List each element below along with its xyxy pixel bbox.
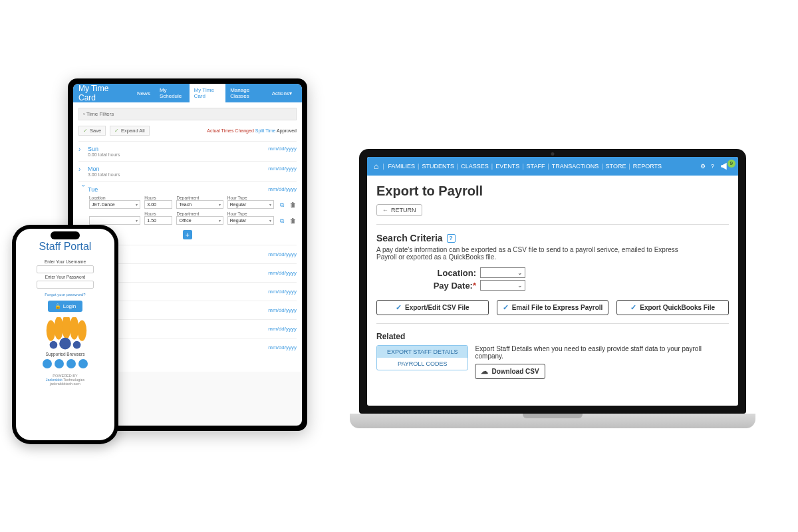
- chevron-right-icon: ›: [78, 146, 88, 153]
- nav-events[interactable]: EVENTS: [495, 163, 519, 170]
- cloud-download-icon: ☁: [481, 367, 488, 376]
- home-icon[interactable]: ⌂: [374, 162, 378, 171]
- tablet-tabs: News My Schedule My Time Card Manage Cla…: [132, 84, 297, 102]
- nav-students[interactable]: STUDENTS: [422, 163, 454, 170]
- day-date: mm/dd/yyyy: [268, 146, 297, 152]
- supported-browsers-label: Supported Browsers: [46, 352, 85, 356]
- legend: Actual Times Changed Split Time Approved: [207, 128, 297, 133]
- tab-export-staff-details[interactable]: EXPORT STAFF DETAILS: [377, 346, 467, 358]
- browser-icons: [43, 359, 88, 368]
- nav-transactions[interactable]: TRANSACTIONS: [552, 163, 599, 170]
- username-input[interactable]: [37, 265, 94, 273]
- tab-actions[interactable]: Actions ▾: [267, 84, 297, 102]
- hour-type-select[interactable]: Regular▾: [227, 216, 274, 225]
- pay-date-select[interactable]: ⌄: [480, 280, 525, 291]
- phone-device: Staff Portal Enter Your Username Enter Y…: [12, 225, 118, 444]
- powered-by: POWERED BY Jackrabbit Technologies jackr…: [46, 374, 85, 386]
- svg-point-7: [73, 341, 81, 349]
- megaphone-icon[interactable]: 9: [720, 159, 732, 174]
- nav-store[interactable]: STORE: [606, 163, 626, 170]
- return-button[interactable]: ← RETURN: [376, 204, 422, 216]
- department-select[interactable]: Teach▾: [176, 200, 223, 209]
- laptop-screen: ⌂ | FAMILIES| STUDENTS| CLASSES| EVENTS|…: [367, 157, 738, 406]
- nav-reports[interactable]: REPORTS: [633, 163, 662, 170]
- related-description: Export Staff Details when you need to ea…: [475, 345, 729, 360]
- svg-point-1: [54, 317, 63, 340]
- staff-portal-title: Staff Portal: [39, 241, 92, 253]
- location-select[interactable]: ▾: [89, 216, 140, 225]
- hour-type-select[interactable]: Regular▾: [227, 200, 274, 209]
- top-nav: ⌂ | FAMILIES| STUDENTS| CLASSES| EVENTS|…: [367, 157, 738, 176]
- login-button[interactable]: 🔒Login: [48, 301, 83, 312]
- day-name: Mon: [88, 166, 120, 172]
- mascot-illustration: [39, 317, 91, 350]
- laptop-device: ⌂ | FAMILIES| STUDENTS| CLASSES| EVENTS|…: [350, 149, 755, 428]
- pay-date-label: Pay Date:*: [376, 281, 476, 291]
- tab-news[interactable]: News: [132, 84, 155, 102]
- copy-icon[interactable]: ⧉: [278, 217, 286, 225]
- svg-point-5: [59, 338, 71, 350]
- add-entry-button[interactable]: +: [183, 230, 192, 239]
- export-quickbooks-button[interactable]: ✓Export QuickBooks File: [616, 300, 729, 315]
- tab-my-schedule[interactable]: My Schedule: [155, 84, 190, 102]
- svg-point-3: [70, 317, 79, 340]
- page-title: Export to Payroll: [376, 184, 729, 199]
- help-box-icon[interactable]: ?: [447, 234, 456, 243]
- phone-screen: Staff Portal Enter Your Username Enter Y…: [16, 229, 114, 440]
- copy-icon[interactable]: ⧉: [278, 201, 286, 209]
- phone-notch: [51, 231, 80, 239]
- hours-input[interactable]: 1.50: [144, 216, 172, 225]
- related-tabs: EXPORT STAFF DETAILS PAYROLL CODES: [376, 345, 468, 370]
- laptop-base: [350, 414, 755, 428]
- day-row-mon[interactable]: › Mon 3.00 total hours mm/dd/yyyy: [78, 161, 297, 181]
- department-select[interactable]: Office▾: [176, 216, 223, 225]
- help-icon[interactable]: ?: [711, 163, 714, 170]
- tab-manage-classes[interactable]: Manage Classes: [225, 84, 267, 102]
- chevron-right-icon: ›: [78, 166, 88, 173]
- day-sub: 0.00 total hours: [88, 152, 120, 157]
- tablet-header: My Time Card News My Schedule My Time Ca…: [73, 84, 302, 102]
- time-entry-row: LocationJET-Dance▾ Hours3.00 DepartmentT…: [89, 196, 297, 209]
- chevron-down-icon[interactable]: ›: [80, 185, 87, 194]
- save-button[interactable]: ✓Save: [78, 126, 106, 136]
- day-name: Tue: [88, 186, 98, 193]
- password-input[interactable]: [37, 281, 94, 289]
- tab-my-time-card[interactable]: My Time Card: [190, 84, 226, 102]
- related-heading: Related: [376, 332, 729, 341]
- username-label: Enter Your Username: [45, 259, 86, 264]
- day-name: Sun: [88, 146, 120, 152]
- nav-families[interactable]: FAMILIES: [388, 163, 416, 170]
- gear-icon[interactable]: ⚙: [700, 163, 706, 170]
- day-date: mm/dd/yyyy: [268, 166, 297, 172]
- svg-point-6: [50, 341, 58, 349]
- day-date: mm/dd/yyyy: [268, 186, 297, 192]
- svg-point-2: [62, 317, 71, 339]
- location-select[interactable]: JET-Dance▾: [89, 200, 140, 209]
- email-express-payroll-button[interactable]: ✓Email File to Express Payroll: [497, 300, 609, 315]
- nav-staff[interactable]: STAFF: [527, 163, 545, 170]
- tablet-title: My Time Card: [78, 84, 123, 102]
- trash-icon[interactable]: 🗑: [289, 217, 297, 225]
- browser-icon: [66, 359, 76, 368]
- time-entry-row: ▾ Hours1.50 DepartmentOffice▾ Hour TypeR…: [89, 211, 297, 225]
- day-row-sun[interactable]: › Sun 0.00 total hours mm/dd/yyyy: [78, 141, 297, 161]
- nav-classes[interactable]: CLASSES: [461, 163, 489, 170]
- browser-icon: [55, 359, 64, 368]
- download-csv-button[interactable]: ☁Download CSV: [475, 364, 545, 379]
- password-label: Enter Your Password: [45, 275, 86, 279]
- browser-icon: [43, 359, 52, 368]
- hours-input[interactable]: 3.00: [144, 200, 172, 209]
- camera-icon: [551, 152, 555, 156]
- time-filters-accordion[interactable]: › Time Filters: [78, 108, 297, 120]
- location-label: Location:: [376, 268, 476, 278]
- export-csv-button[interactable]: ✓Export/Edit CSV File: [376, 300, 489, 315]
- forgot-password-link[interactable]: Forgot your password?: [45, 293, 85, 297]
- tab-payroll-codes[interactable]: PAYROLL CODES: [377, 358, 467, 370]
- location-select[interactable]: ⌄: [480, 267, 525, 278]
- expand-all-button[interactable]: ✓Expand All: [110, 126, 149, 136]
- day-sub: 3.00 total hours: [88, 172, 120, 177]
- svg-point-0: [47, 321, 56, 341]
- trash-icon[interactable]: 🗑: [289, 201, 297, 209]
- notification-badge: 9: [728, 160, 735, 168]
- svg-point-4: [78, 321, 87, 341]
